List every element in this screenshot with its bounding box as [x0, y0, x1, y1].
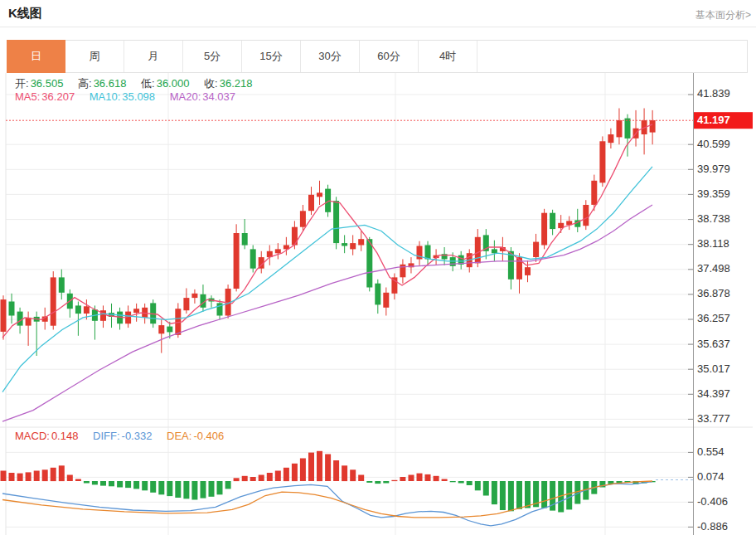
svg-text:35.637: 35.637: [697, 338, 730, 350]
svg-text:39.979: 39.979: [697, 163, 730, 175]
svg-text:38.738: 38.738: [697, 212, 730, 225]
kline-chart[interactable]: 41.83940.59939.97939.35938.73838.11837.4…: [0, 73, 756, 535]
svg-text:40.599: 40.599: [697, 138, 730, 150]
svg-text:41.839: 41.839: [697, 87, 730, 100]
svg-text:-0.406: -0.406: [697, 495, 728, 508]
svg-text:0.554: 0.554: [697, 445, 724, 458]
chart-area: 41.83940.59939.97939.35938.73838.11837.4…: [0, 73, 756, 535]
tab-4hour[interactable]: 4时: [419, 41, 477, 72]
tab-week[interactable]: 周: [65, 41, 124, 72]
page-header: K线图 基本面分析>: [0, 0, 756, 27]
svg-text:38.118: 38.118: [697, 237, 729, 250]
svg-text:36.257: 36.257: [697, 312, 730, 324]
svg-text:33.777: 33.777: [697, 412, 730, 425]
tab-day[interactable]: 日: [7, 40, 65, 73]
tab-5min[interactable]: 5分: [183, 41, 242, 72]
svg-text:0.074: 0.074: [697, 470, 724, 483]
kline-page: K线图 基本面分析> 日周月5分15分30分60分4时 41.83940.599…: [0, 0, 756, 535]
tab-month[interactable]: 月: [124, 41, 183, 72]
tab-15min[interactable]: 15分: [242, 41, 301, 72]
page-title: K线图: [8, 6, 42, 22]
svg-text:36.878: 36.878: [697, 287, 730, 299]
fundamental-analysis-link[interactable]: 基本面分析>: [695, 8, 751, 22]
svg-text:35.017: 35.017: [697, 362, 730, 375]
svg-text:39.359: 39.359: [697, 187, 730, 200]
interval-tabbar: 日周月5分15分30分60分4时: [7, 40, 748, 73]
svg-text:-0.886: -0.886: [697, 520, 728, 533]
svg-text:37.498: 37.498: [697, 262, 730, 275]
svg-text:34.397: 34.397: [697, 387, 730, 400]
tab-30min[interactable]: 30分: [301, 41, 360, 72]
tab-60min[interactable]: 60分: [360, 41, 419, 72]
svg-text:41.197: 41.197: [697, 114, 730, 126]
